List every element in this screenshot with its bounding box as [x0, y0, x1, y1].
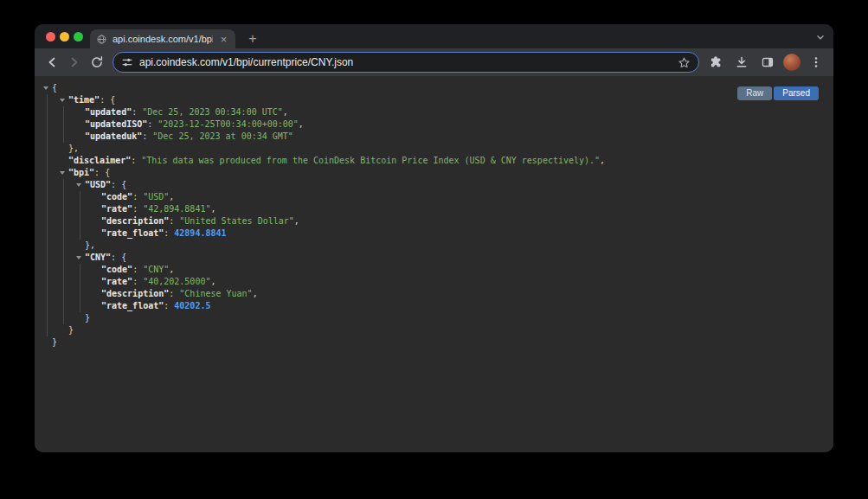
globe-favicon-icon [96, 34, 107, 45]
browser-window: api.coindesk.com/v1/bpi/currentprice/CNY… [35, 24, 833, 452]
json-punctuation: , [169, 265, 174, 274]
url-text[interactable]: api.coindesk.com/v1/bpi/currentprice/CNY… [139, 56, 672, 68]
json-key: "time" [68, 95, 100, 105]
json-line: "code": "USD", [93, 191, 833, 203]
json-key: "updateduk" [85, 131, 142, 141]
json-expander-icon[interactable] [76, 179, 85, 191]
tab-strip: api.coindesk.com/v1/bpi/currentprice/CNY… [35, 24, 833, 48]
json-line: "disclaimer": "This data was produced fr… [60, 155, 833, 167]
json-key: "CNY" [85, 253, 111, 262]
json-key: "rate" [101, 204, 132, 214]
json-string-value: "Dec 25, 2023 at 00:34 GMT" [152, 131, 293, 141]
json-line: "time": { [60, 94, 833, 106]
raw-button[interactable]: Raw [737, 86, 772, 100]
side-panel-icon[interactable] [757, 52, 778, 73]
json-key: "updated" [85, 107, 132, 117]
tab-close-icon[interactable]: × [218, 34, 229, 45]
json-string-value: "2023-12-25T00:34:00+00:00" [158, 119, 299, 129]
downloads-icon[interactable] [731, 52, 752, 73]
json-punctuation: }, [68, 144, 79, 153]
json-punctuation: : [169, 216, 179, 226]
json-punctuation: }, [85, 240, 95, 250]
json-string-value: "Dec 25, 2023 00:34:00 UTC" [142, 107, 283, 117]
json-punctuation: : [132, 277, 143, 286]
json-children: "time": {"updated": "Dec 25, 2023 00:34:… [47, 94, 833, 336]
browser-tab[interactable]: api.coindesk.com/v1/bpi/currentprice/CNY… [90, 29, 235, 48]
json-punctuation: , [210, 204, 215, 214]
forward-button[interactable] [64, 52, 85, 73]
json-punctuation: } [85, 313, 90, 323]
json-line: "USD": { [76, 179, 833, 191]
json-number-value: 42894.8841 [174, 228, 226, 238]
toolbar-right-icons [705, 52, 826, 73]
browser-menu-kebab-icon[interactable] [806, 52, 826, 73]
tab-title: api.coindesk.com/v1/bpi/currentprice/CNY… [113, 34, 213, 44]
json-punctuation: , [299, 119, 304, 129]
json-line: "description": "United States Dollar", [93, 215, 833, 227]
json-expander-icon[interactable] [43, 82, 52, 94]
json-punctuation: { [105, 168, 110, 177]
json-tree: {"time": {"updated": "Dec 25, 2023 00:34… [43, 82, 833, 349]
json-line: "rate": "40,202.5000", [93, 276, 833, 288]
json-punctuation: : [132, 107, 142, 117]
json-line: "updateduk": "Dec 25, 2023 at 00:34 GMT" [76, 131, 833, 143]
json-key: "description" [101, 216, 169, 226]
json-line: "code": "CNY", [93, 264, 833, 276]
json-key: "rate_float" [101, 228, 164, 238]
json-punctuation: : [164, 301, 174, 310]
site-settings-icon[interactable] [121, 56, 133, 68]
extensions-puzzle-icon[interactable] [705, 52, 726, 73]
new-tab-button[interactable]: + [242, 29, 263, 48]
json-key: "code" [101, 192, 132, 202]
json-punctuation: } [68, 325, 74, 335]
json-line: } [60, 324, 833, 336]
minimize-window-button[interactable] [60, 32, 69, 42]
json-expander-icon[interactable] [60, 94, 68, 106]
reload-button[interactable] [87, 52, 107, 73]
json-expander-icon[interactable] [60, 167, 68, 179]
json-line: "rate": "42,894.8841", [93, 203, 833, 215]
json-key: "USD" [85, 180, 111, 189]
viewer-mode-buttons: Raw Parsed [737, 86, 819, 100]
json-string-value: "This data was produced from the CoinDes… [141, 156, 600, 165]
json-punctuation: : [111, 253, 121, 262]
json-punctuation: } [52, 337, 57, 347]
json-punctuation: : [94, 168, 105, 177]
json-string-value: "42,894.8841" [143, 204, 210, 214]
json-viewer-content: Raw Parsed {"time": {"updated": "Dec 25,… [35, 76, 833, 452]
profile-avatar[interactable] [783, 54, 800, 71]
json-punctuation: : [100, 95, 110, 105]
json-string-value: "United States Dollar" [179, 216, 293, 226]
json-line: "bpi": { [60, 167, 833, 179]
json-key: "rate_float" [101, 301, 164, 310]
json-key: "updatedISO" [85, 119, 147, 129]
json-punctuation: : [169, 289, 179, 298]
back-button[interactable] [42, 52, 62, 73]
json-string-value: "USD" [143, 192, 169, 202]
json-line: "updatedISO": "2023-12-25T00:34:00+00:00… [76, 118, 833, 131]
bookmark-star-icon[interactable] [678, 56, 691, 69]
json-punctuation: , [169, 192, 174, 202]
json-key: "rate" [101, 277, 132, 286]
json-children: "code": "USD","rate": "42,894.8841","des… [80, 191, 833, 240]
json-punctuation: , [210, 277, 215, 286]
json-punctuation: : [142, 131, 152, 141]
json-punctuation: , [294, 216, 299, 226]
json-key: "disclaimer" [68, 156, 131, 165]
browser-toolbar: api.coindesk.com/v1/bpi/currentprice/CNY… [35, 48, 833, 76]
json-expander-icon[interactable] [76, 252, 85, 264]
address-bar[interactable]: api.coindesk.com/v1/bpi/currentprice/CNY… [113, 52, 699, 73]
json-line: "updated": "Dec 25, 2023 00:34:00 UTC", [76, 106, 833, 118]
zoom-window-button[interactable] [74, 32, 83, 42]
json-line: }, [60, 143, 833, 155]
json-children: "updated": "Dec 25, 2023 00:34:00 UTC","… [63, 106, 833, 143]
tab-search-chevron-icon[interactable] [814, 31, 826, 43]
json-punctuation: : [132, 204, 143, 214]
json-punctuation: { [121, 180, 126, 189]
parsed-button[interactable]: Parsed [774, 86, 819, 100]
close-window-button[interactable] [46, 32, 55, 42]
json-line: "rate_float": 42894.8841 [93, 227, 833, 240]
json-children: "USD": {"code": "USD","rate": "42,894.88… [63, 179, 833, 324]
json-punctuation: , [283, 107, 288, 117]
json-punctuation: { [52, 83, 57, 93]
